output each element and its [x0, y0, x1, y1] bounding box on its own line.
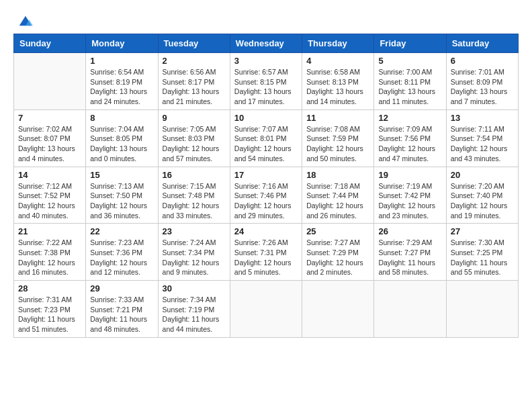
calendar-cell: 19Sunrise: 7:19 AM Sunset: 7:42 PM Dayli… — [374, 167, 446, 224]
calendar-cell: 4Sunrise: 6:58 AM Sunset: 8:13 PM Daylig… — [302, 53, 374, 110]
day-info: Sunrise: 7:24 AM Sunset: 7:34 PM Dayligh… — [163, 238, 226, 277]
day-number: 10 — [234, 113, 298, 123]
day-info: Sunrise: 7:22 AM Sunset: 7:38 PM Dayligh… — [18, 238, 81, 277]
day-number: 9 — [163, 113, 226, 123]
calendar-cell: 18Sunrise: 7:18 AM Sunset: 7:44 PM Dayli… — [302, 167, 374, 224]
calendar-week-row: 21Sunrise: 7:22 AM Sunset: 7:38 PM Dayli… — [14, 224, 519, 281]
day-info: Sunrise: 7:16 AM Sunset: 7:46 PM Dayligh… — [234, 181, 298, 221]
day-info: Sunrise: 7:07 AM Sunset: 8:01 PM Dayligh… — [234, 124, 298, 164]
calendar-cell: 24Sunrise: 7:26 AM Sunset: 7:31 PM Dayli… — [230, 224, 302, 281]
calendar-cell: 2Sunrise: 6:56 AM Sunset: 8:17 PM Daylig… — [158, 53, 230, 110]
day-number: 8 — [90, 113, 153, 123]
calendar-header-row: SundayMondayTuesdayWednesdayThursdayFrid… — [14, 34, 519, 53]
calendar-cell: 3Sunrise: 6:57 AM Sunset: 8:15 PM Daylig… — [230, 53, 302, 110]
day-info: Sunrise: 7:19 AM Sunset: 7:42 PM Dayligh… — [378, 181, 441, 221]
day-info: Sunrise: 7:15 AM Sunset: 7:48 PM Dayligh… — [163, 181, 226, 221]
calendar-cell — [14, 53, 86, 110]
calendar-cell: 11Sunrise: 7:08 AM Sunset: 7:59 PM Dayli… — [302, 109, 374, 167]
day-number: 16 — [163, 170, 226, 180]
day-info: Sunrise: 7:04 AM Sunset: 8:05 PM Dayligh… — [90, 124, 153, 164]
day-number: 11 — [306, 113, 369, 123]
calendar-cell: 28Sunrise: 7:31 AM Sunset: 7:23 PM Dayli… — [14, 281, 86, 338]
day-number: 18 — [306, 170, 369, 180]
calendar-cell: 30Sunrise: 7:34 AM Sunset: 7:19 PM Dayli… — [158, 281, 230, 338]
calendar-cell: 20Sunrise: 7:20 AM Sunset: 7:40 PM Dayli… — [446, 167, 518, 224]
calendar-cell: 21Sunrise: 7:22 AM Sunset: 7:38 PM Dayli… — [14, 224, 86, 281]
day-number: 25 — [306, 226, 369, 236]
day-info: Sunrise: 7:27 AM Sunset: 7:29 PM Dayligh… — [306, 238, 369, 277]
day-number: 19 — [378, 170, 441, 180]
day-number: 1 — [90, 56, 153, 66]
day-number: 6 — [451, 56, 514, 66]
calendar-cell: 22Sunrise: 7:23 AM Sunset: 7:36 PM Dayli… — [86, 224, 158, 281]
calendar-cell — [374, 281, 446, 338]
page-header — [13, 13, 519, 28]
day-number: 21 — [18, 226, 81, 236]
calendar-cell — [230, 281, 302, 338]
day-info: Sunrise: 7:34 AM Sunset: 7:19 PM Dayligh… — [163, 295, 226, 334]
calendar-cell: 10Sunrise: 7:07 AM Sunset: 8:01 PM Dayli… — [230, 109, 302, 167]
day-header-wednesday: Wednesday — [230, 34, 302, 53]
day-info: Sunrise: 6:54 AM Sunset: 8:19 PM Dayligh… — [90, 67, 153, 107]
calendar-cell: 8Sunrise: 7:04 AM Sunset: 8:05 PM Daylig… — [86, 109, 158, 167]
calendar-cell: 13Sunrise: 7:11 AM Sunset: 7:54 PM Dayli… — [446, 109, 518, 167]
calendar-table: SundayMondayTuesdayWednesdayThursdayFrid… — [13, 34, 519, 338]
calendar-cell: 27Sunrise: 7:30 AM Sunset: 7:25 PM Dayli… — [446, 224, 518, 281]
day-number: 2 — [163, 56, 226, 66]
calendar-cell: 5Sunrise: 7:00 AM Sunset: 8:11 PM Daylig… — [374, 53, 446, 110]
day-number: 28 — [18, 283, 81, 293]
day-number: 13 — [451, 113, 514, 123]
day-info: Sunrise: 7:29 AM Sunset: 7:27 PM Dayligh… — [378, 238, 441, 277]
day-info: Sunrise: 7:13 AM Sunset: 7:50 PM Dayligh… — [90, 181, 153, 221]
day-info: Sunrise: 7:05 AM Sunset: 8:03 PM Dayligh… — [163, 124, 226, 164]
day-header-saturday: Saturday — [446, 34, 518, 53]
day-number: 30 — [163, 283, 226, 293]
day-header-sunday: Sunday — [14, 34, 86, 53]
day-number: 4 — [306, 56, 369, 66]
day-info: Sunrise: 7:12 AM Sunset: 7:52 PM Dayligh… — [18, 181, 81, 221]
day-number: 17 — [234, 170, 298, 180]
day-info: Sunrise: 7:00 AM Sunset: 8:11 PM Dayligh… — [378, 67, 441, 107]
calendar-cell: 14Sunrise: 7:12 AM Sunset: 7:52 PM Dayli… — [14, 167, 86, 224]
calendar-week-row: 1Sunrise: 6:54 AM Sunset: 8:19 PM Daylig… — [14, 53, 519, 110]
calendar-cell — [446, 281, 518, 338]
calendar-week-row: 7Sunrise: 7:02 AM Sunset: 8:07 PM Daylig… — [14, 109, 519, 167]
logo-icon — [15, 13, 34, 28]
day-number: 26 — [378, 226, 441, 236]
day-info: Sunrise: 7:08 AM Sunset: 7:59 PM Dayligh… — [306, 124, 369, 164]
day-number: 29 — [90, 283, 153, 293]
calendar-cell: 15Sunrise: 7:13 AM Sunset: 7:50 PM Dayli… — [86, 167, 158, 224]
calendar-cell: 29Sunrise: 7:33 AM Sunset: 7:21 PM Dayli… — [86, 281, 158, 338]
day-number: 12 — [378, 113, 441, 123]
day-number: 14 — [18, 170, 81, 180]
calendar-cell: 26Sunrise: 7:29 AM Sunset: 7:27 PM Dayli… — [374, 224, 446, 281]
day-info: Sunrise: 7:31 AM Sunset: 7:23 PM Dayligh… — [18, 295, 81, 334]
day-number: 7 — [18, 113, 81, 123]
day-info: Sunrise: 6:56 AM Sunset: 8:17 PM Dayligh… — [163, 67, 226, 107]
day-header-monday: Monday — [86, 34, 158, 53]
calendar-week-row: 28Sunrise: 7:31 AM Sunset: 7:23 PM Dayli… — [14, 281, 519, 338]
calendar-cell: 23Sunrise: 7:24 AM Sunset: 7:34 PM Dayli… — [158, 224, 230, 281]
day-info: Sunrise: 7:30 AM Sunset: 7:25 PM Dayligh… — [451, 238, 514, 277]
day-number: 3 — [234, 56, 298, 66]
calendar-cell — [302, 281, 374, 338]
calendar-cell: 16Sunrise: 7:15 AM Sunset: 7:48 PM Dayli… — [158, 167, 230, 224]
day-header-thursday: Thursday — [302, 34, 374, 53]
calendar-week-row: 14Sunrise: 7:12 AM Sunset: 7:52 PM Dayli… — [14, 167, 519, 224]
day-header-tuesday: Tuesday — [158, 34, 230, 53]
day-info: Sunrise: 6:58 AM Sunset: 8:13 PM Dayligh… — [306, 67, 369, 107]
calendar-cell: 17Sunrise: 7:16 AM Sunset: 7:46 PM Dayli… — [230, 167, 302, 224]
logo — [13, 13, 34, 28]
calendar-cell: 9Sunrise: 7:05 AM Sunset: 8:03 PM Daylig… — [158, 109, 230, 167]
day-number: 24 — [234, 226, 298, 236]
day-info: Sunrise: 7:26 AM Sunset: 7:31 PM Dayligh… — [234, 238, 298, 277]
day-info: Sunrise: 7:33 AM Sunset: 7:21 PM Dayligh… — [90, 295, 153, 334]
day-number: 20 — [451, 170, 514, 180]
day-number: 5 — [378, 56, 441, 66]
day-info: Sunrise: 7:09 AM Sunset: 7:56 PM Dayligh… — [378, 124, 441, 164]
day-info: Sunrise: 7:02 AM Sunset: 8:07 PM Dayligh… — [18, 124, 81, 164]
day-info: Sunrise: 7:18 AM Sunset: 7:44 PM Dayligh… — [306, 181, 369, 221]
calendar-cell: 7Sunrise: 7:02 AM Sunset: 8:07 PM Daylig… — [14, 109, 86, 167]
day-number: 15 — [90, 170, 153, 180]
day-info: Sunrise: 7:20 AM Sunset: 7:40 PM Dayligh… — [451, 181, 514, 221]
